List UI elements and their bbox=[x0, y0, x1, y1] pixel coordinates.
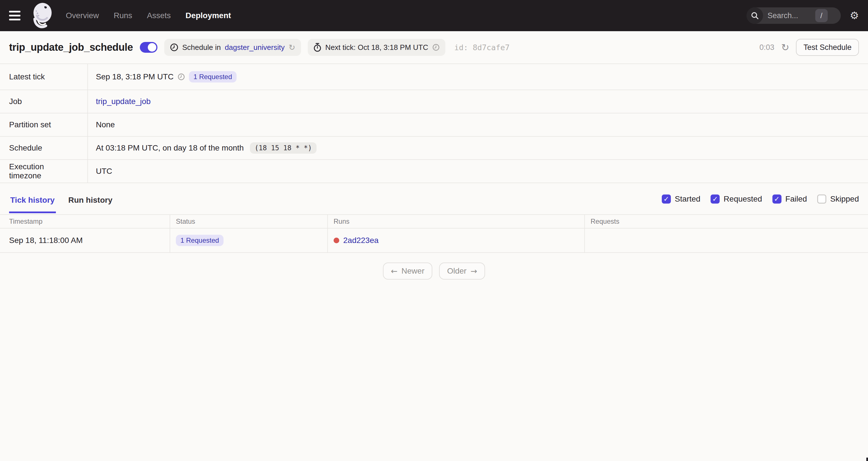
requested-badge: 1 Requested bbox=[189, 71, 237, 83]
filter-label: Failed bbox=[785, 195, 807, 204]
nav-item-runs[interactable]: Runs bbox=[114, 11, 132, 20]
hamburger-icon bbox=[9, 11, 21, 12]
schedule-context-pill: Schedule in dagster_university ↻ bbox=[164, 39, 301, 56]
tab-run-history[interactable]: Run history bbox=[67, 191, 114, 213]
pagination: ← Newer Older → bbox=[0, 263, 868, 279]
latest-tick-time: Sep 18, 3:18 PM UTC bbox=[96, 72, 174, 81]
dagster-logo-icon bbox=[31, 1, 56, 30]
filter-label: Skipped bbox=[830, 195, 859, 204]
gear-icon[interactable]: ⚙ bbox=[850, 10, 859, 21]
filter-label: Requested bbox=[724, 195, 762, 204]
checkbox-skipped: ✓ bbox=[817, 195, 826, 204]
hamburger-icon bbox=[9, 15, 21, 17]
filter-failed[interactable]: ✓ Failed bbox=[772, 195, 807, 204]
detail-value: trip_update_job bbox=[88, 90, 159, 113]
column-header-requests: Requests bbox=[584, 215, 868, 228]
detail-label: Partition set bbox=[0, 113, 88, 136]
stopwatch-icon bbox=[313, 43, 321, 52]
detail-value: At 03:18 PM UTC, on day 18 of the month … bbox=[88, 137, 324, 159]
run-link[interactable]: 2ad223ea bbox=[343, 236, 379, 245]
tick-history-table: Timestamp Status Runs Requests Sep 18, 1… bbox=[0, 215, 868, 253]
top-navbar: Overview Runs Assets Deployment / ⚙ bbox=[0, 0, 868, 31]
refresh-icon[interactable]: ↻ bbox=[781, 42, 789, 52]
detail-row-latest-tick: Latest tick Sep 18, 3:18 PM UTC 1 Reques… bbox=[0, 64, 868, 90]
history-tabs-row: Tick history Run history ✓ Started ✓ Req… bbox=[0, 191, 868, 213]
schedule-id-value: 8d7cafe7 bbox=[473, 43, 510, 52]
detail-value: Sep 18, 3:18 PM UTC 1 Requested bbox=[88, 64, 245, 90]
dagster-app: Overview Runs Assets Deployment / ⚙ trip… bbox=[0, 0, 868, 461]
tick-timestamp: Sep 18, 11:18:00 AM bbox=[0, 236, 169, 245]
clock-icon bbox=[170, 43, 179, 52]
older-button[interactable]: Older → bbox=[439, 263, 485, 279]
schedule-id: id: 8d7cafe7 bbox=[455, 43, 510, 52]
schedule-description: At 03:18 PM UTC, on day 18 of the month bbox=[96, 143, 244, 153]
nav-item-assets[interactable]: Assets bbox=[147, 11, 171, 20]
table-row: Sep 18, 11:18:00 AM 1 Requested 2ad223ea bbox=[0, 229, 868, 253]
repo-link[interactable]: dagster_university bbox=[225, 43, 284, 52]
hamburger-menu-button[interactable] bbox=[9, 8, 24, 23]
detail-value: None bbox=[88, 113, 123, 136]
tick-requests-cell bbox=[584, 229, 868, 252]
arrow-right-icon: → bbox=[471, 266, 477, 276]
detail-row-partition-set: Partition set None bbox=[0, 113, 868, 137]
checkbox-requested: ✓ bbox=[711, 195, 720, 204]
corner-artifact bbox=[866, 458, 868, 461]
schedule-id-label: id: bbox=[455, 43, 468, 52]
timezone-clock-icon bbox=[432, 44, 440, 51]
cron-expression-chip: (18 15 18 * *) bbox=[250, 142, 316, 154]
detail-label: Latest tick bbox=[0, 64, 88, 90]
next-tick-pill: Next tick: Oct 18, 3:18 PM UTC bbox=[308, 39, 445, 56]
search-input[interactable] bbox=[763, 11, 815, 20]
reload-repo-icon[interactable]: ↻ bbox=[288, 43, 295, 52]
column-header-timestamp: Timestamp bbox=[0, 218, 169, 225]
newer-button[interactable]: ← Newer bbox=[383, 263, 432, 279]
column-header-status: Status bbox=[169, 215, 327, 228]
table-header-row: Timestamp Status Runs Requests bbox=[0, 215, 868, 229]
filter-started[interactable]: ✓ Started bbox=[662, 195, 700, 204]
column-header-runs: Runs bbox=[327, 215, 584, 228]
detail-row-execution-timezone: Execution timezone UTC bbox=[0, 160, 868, 183]
nav-item-deployment[interactable]: Deployment bbox=[186, 11, 231, 20]
detail-row-job: Job trip_update_job bbox=[0, 90, 868, 113]
filter-requested[interactable]: ✓ Requested bbox=[711, 195, 762, 204]
header-actions: 0:03 ↻ Test Schedule bbox=[760, 39, 859, 56]
schedule-details: Latest tick Sep 18, 3:18 PM UTC 1 Reques… bbox=[0, 64, 868, 183]
hamburger-icon bbox=[9, 19, 21, 21]
check-icon: ✓ bbox=[774, 196, 779, 202]
refresh-countdown: 0:03 bbox=[760, 43, 774, 52]
detail-value: UTC bbox=[88, 160, 120, 183]
job-link[interactable]: trip_update_job bbox=[96, 97, 151, 106]
status-badge: 1 Requested bbox=[176, 235, 223, 246]
check-icon: ✓ bbox=[663, 196, 669, 202]
navbar-right: / ⚙ bbox=[747, 7, 859, 24]
check-icon: ✓ bbox=[712, 196, 718, 202]
detail-row-schedule: Schedule At 03:18 PM UTC, on day 18 of t… bbox=[0, 137, 868, 160]
timezone-value: UTC bbox=[96, 167, 112, 176]
tab-tick-history[interactable]: Tick history bbox=[9, 191, 56, 213]
status-filters: ✓ Started ✓ Requested ✓ Failed ✓ Skipped bbox=[662, 191, 859, 204]
tick-status-cell: 1 Requested bbox=[169, 229, 327, 252]
schedule-context-text: Schedule in bbox=[182, 43, 221, 52]
filter-skipped[interactable]: ✓ Skipped bbox=[817, 195, 859, 204]
page-title: trip_update_job_schedule bbox=[9, 41, 133, 53]
nav-items: Overview Runs Assets Deployment bbox=[66, 11, 231, 20]
filter-label: Started bbox=[675, 195, 700, 204]
search-box[interactable]: / bbox=[747, 7, 841, 24]
older-button-label: Older bbox=[447, 266, 466, 275]
toggle-knob bbox=[148, 43, 156, 52]
next-tick-text: Next tick: Oct 18, 3:18 PM UTC bbox=[326, 43, 428, 52]
tick-runs-cell: 2ad223ea bbox=[327, 229, 584, 252]
slash-shortcut-badge: / bbox=[815, 9, 828, 22]
detail-label: Job bbox=[0, 90, 88, 113]
schedule-enabled-toggle[interactable] bbox=[140, 42, 157, 53]
nav-item-overview[interactable]: Overview bbox=[66, 11, 99, 20]
checkbox-failed: ✓ bbox=[772, 195, 781, 204]
clock-icon bbox=[178, 73, 185, 80]
arrow-left-icon: ← bbox=[391, 266, 397, 276]
partition-set-value: None bbox=[96, 120, 115, 129]
newer-button-label: Newer bbox=[401, 266, 424, 275]
run-status-dot bbox=[334, 238, 339, 243]
search-icon bbox=[747, 7, 763, 24]
test-schedule-button[interactable]: Test Schedule bbox=[796, 39, 859, 56]
detail-label: Execution timezone bbox=[0, 160, 88, 183]
